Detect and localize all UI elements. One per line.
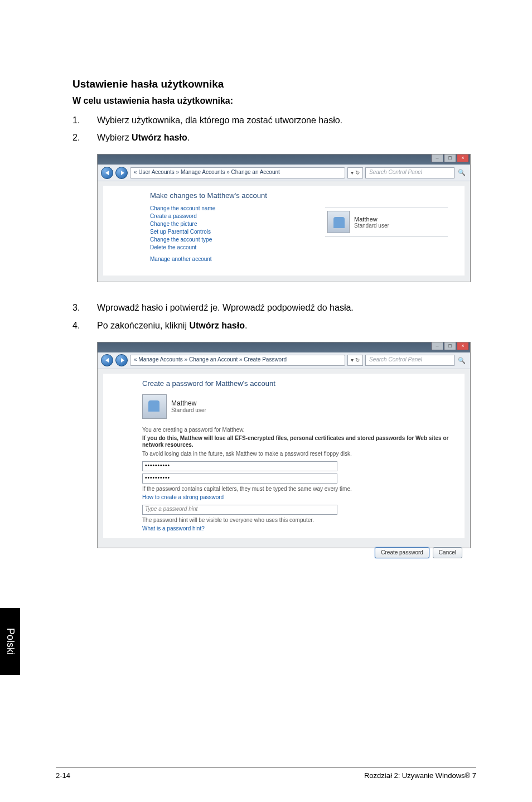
refresh-button[interactable]: ▾ ↻: [347, 355, 363, 366]
minimize-button[interactable]: –: [431, 342, 443, 350]
screenshot-change-account: – □ × « User Accounts » Manage Accounts …: [97, 154, 471, 282]
step-1: 1. Wybierz użytkownika, dla którego ma z…: [72, 114, 472, 127]
avoid-note: To avoid losing data in the future, ask …: [142, 451, 456, 457]
creating-note: You are creating a password for Matthew.: [142, 427, 456, 433]
link-what-is-hint[interactable]: What is a password hint?: [142, 525, 456, 532]
user-name: Matthew: [171, 399, 206, 407]
link-manage-another[interactable]: Manage another account: [150, 256, 456, 262]
step-4: 4. Po zakończeniu, kliknij Utwórz hasło.: [72, 319, 472, 332]
close-button[interactable]: ×: [457, 154, 469, 162]
address-bar: « Manage Accounts » Change an Account » …: [98, 352, 470, 369]
back-button[interactable]: [101, 167, 113, 179]
step-2-text: Wybierz Utwórz hasło.: [97, 131, 472, 144]
search-input[interactable]: Search Control Panel: [365, 167, 454, 178]
link-change-type[interactable]: Change the account type: [150, 236, 456, 243]
capital-note: If the password contains capital letters…: [142, 486, 456, 492]
create-password-button[interactable]: Create password: [375, 547, 429, 558]
main-panel: Make changes to Matthew's account Change…: [103, 186, 465, 276]
breadcrumb[interactable]: « Manage Accounts » Change an Account » …: [130, 355, 345, 366]
step-4-text: Po zakończeniu, kliknij Utwórz hasło.: [97, 319, 472, 332]
subheading: W celu ustawienia hasła użytkownika:: [72, 96, 472, 106]
user-block: Matthew Standard user: [142, 394, 456, 419]
user-type: Standard user: [171, 407, 206, 413]
user-name: Matthew: [354, 216, 389, 223]
panel-title: Create a password for Matthew's account: [142, 379, 456, 388]
maximize-button[interactable]: □: [444, 154, 456, 162]
back-button[interactable]: [101, 354, 113, 366]
step-3: 3. Wprowadź hasło i potwierdź je. Wprowa…: [72, 301, 472, 314]
chapter-label: Rozdział 2: Używanie Windows® 7: [364, 771, 476, 780]
step-1-text: Wybierz użytkownika, dla którego ma zost…: [97, 114, 472, 127]
search-icon[interactable]: 🔍: [457, 168, 467, 178]
maximize-button[interactable]: □: [444, 342, 456, 350]
step-2-number: 2.: [72, 131, 97, 144]
step-3-number: 3.: [72, 301, 97, 314]
address-bar: « User Accounts » Manage Accounts » Chan…: [98, 165, 470, 181]
language-tab: Polski: [0, 608, 20, 675]
link-delete-account[interactable]: Delete the account: [150, 244, 456, 250]
confirm-password-input[interactable]: ••••••••••: [142, 474, 337, 484]
footer-rule: [56, 767, 476, 767]
search-icon[interactable]: 🔍: [457, 355, 467, 365]
step-4-number: 4.: [72, 319, 97, 332]
link-strong-password[interactable]: How to create a strong password: [142, 494, 456, 500]
avatar: [327, 211, 350, 233]
page-number: 2-14: [56, 771, 70, 780]
main-panel: Create a password for Matthew's account …: [103, 374, 465, 538]
search-input[interactable]: Search Control Panel: [365, 355, 454, 366]
page-footer: 2-14 Rozdział 2: Używanie Windows® 7: [56, 771, 476, 780]
forward-button[interactable]: [115, 354, 128, 366]
breadcrumb[interactable]: « User Accounts » Manage Accounts » Chan…: [130, 167, 345, 178]
refresh-button[interactable]: ▾ ↻: [347, 167, 363, 178]
hint-note: The password hint will be visible to eve…: [142, 517, 456, 523]
section-title: Ustawienie hasła użytkownika: [72, 78, 472, 90]
window-titlebar: – □ ×: [98, 342, 470, 352]
screenshot-create-password: – □ × « Manage Accounts » Change an Acco…: [97, 342, 471, 548]
warning-text: If you do this, Matthew will lose all EF…: [142, 435, 456, 449]
cancel-button[interactable]: Cancel: [433, 547, 462, 558]
window-titlebar: – □ ×: [98, 154, 470, 165]
hint-input[interactable]: Type a password hint: [142, 505, 337, 515]
close-button[interactable]: ×: [457, 342, 469, 350]
user-type: Standard user: [354, 223, 389, 229]
panel-title: Make changes to Matthew's account: [150, 191, 456, 200]
step-1-number: 1.: [72, 114, 97, 127]
forward-button[interactable]: [115, 167, 128, 179]
minimize-button[interactable]: –: [431, 154, 443, 162]
password-input[interactable]: ••••••••••: [142, 461, 337, 471]
button-row: Create password Cancel: [98, 544, 470, 558]
avatar: [142, 394, 167, 419]
step-3-text: Wprowadź hasło i potwierdź je. Wprowadź …: [97, 301, 472, 314]
user-card: Matthew Standard user: [325, 207, 448, 237]
step-2: 2. Wybierz Utwórz hasło.: [72, 131, 472, 144]
